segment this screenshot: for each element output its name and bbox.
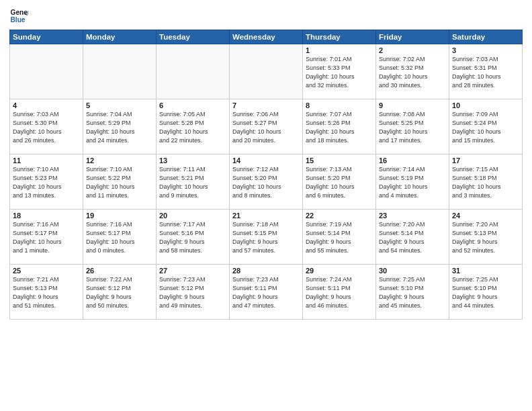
day-info: Sunrise: 7:03 AM Sunset: 5:31 PM Dayligh…	[452, 55, 519, 90]
day-number: 9	[379, 101, 446, 109]
calendar-cell: 24Sunrise: 7:20 AM Sunset: 5:13 PM Dayli…	[449, 210, 523, 265]
day-number: 20	[159, 212, 226, 220]
calendar-cell: 5Sunrise: 7:04 AM Sunset: 5:29 PM Daylig…	[83, 99, 157, 154]
day-number: 28	[232, 267, 300, 275]
calendar-cell	[157, 44, 230, 99]
calendar-cell: 27Sunrise: 7:23 AM Sunset: 5:12 PM Dayli…	[157, 265, 230, 320]
calendar-cell: 10Sunrise: 7:09 AM Sunset: 5:24 PM Dayli…	[449, 99, 523, 154]
day-info: Sunrise: 7:09 AM Sunset: 5:24 PM Dayligh…	[452, 110, 519, 145]
weekday-header-monday: Monday	[83, 30, 157, 44]
weekday-header-thursday: Thursday	[303, 30, 376, 44]
calendar-cell: 4Sunrise: 7:03 AM Sunset: 5:30 PM Daylig…	[10, 99, 83, 154]
day-number: 25	[13, 267, 80, 275]
day-info: Sunrise: 7:11 AM Sunset: 5:21 PM Dayligh…	[159, 165, 226, 200]
day-number: 16	[379, 156, 446, 165]
day-number: 18	[13, 212, 80, 220]
day-number: 19	[86, 212, 153, 220]
weekday-header-sunday: Sunday	[10, 30, 83, 44]
day-info: Sunrise: 7:13 AM Sunset: 5:20 PM Dayligh…	[306, 165, 373, 200]
calendar-cell: 21Sunrise: 7:18 AM Sunset: 5:15 PM Dayli…	[230, 210, 303, 265]
calendar-cell: 23Sunrise: 7:20 AM Sunset: 5:14 PM Dayli…	[376, 210, 449, 265]
day-info: Sunrise: 7:06 AM Sunset: 5:27 PM Dayligh…	[232, 110, 300, 145]
week-row-2: 4Sunrise: 7:03 AM Sunset: 5:30 PM Daylig…	[10, 99, 523, 154]
day-info: Sunrise: 7:21 AM Sunset: 5:13 PM Dayligh…	[13, 275, 80, 310]
calendar-cell: 12Sunrise: 7:10 AM Sunset: 5:22 PM Dayli…	[83, 154, 157, 210]
day-info: Sunrise: 7:23 AM Sunset: 5:12 PM Dayligh…	[159, 275, 226, 310]
calendar-cell	[10, 44, 83, 99]
weekday-header-wednesday: Wednesday	[230, 30, 303, 44]
calendar-body: 1Sunrise: 7:01 AM Sunset: 5:33 PM Daylig…	[10, 44, 523, 320]
day-number: 3	[452, 46, 519, 54]
day-number: 5	[86, 101, 153, 109]
day-info: Sunrise: 7:04 AM Sunset: 5:29 PM Dayligh…	[86, 110, 153, 145]
day-number: 13	[159, 156, 226, 165]
day-info: Sunrise: 7:25 AM Sunset: 5:10 PM Dayligh…	[452, 275, 519, 310]
calendar-cell: 1Sunrise: 7:01 AM Sunset: 5:33 PM Daylig…	[303, 44, 376, 99]
day-number: 22	[306, 212, 373, 220]
calendar-container: General Blue SundayMondayTuesdayWednesda…	[0, 0, 532, 411]
calendar-cell: 18Sunrise: 7:16 AM Sunset: 5:17 PM Dayli…	[10, 210, 83, 265]
day-number: 2	[379, 46, 446, 54]
day-info: Sunrise: 7:01 AM Sunset: 5:33 PM Dayligh…	[306, 55, 373, 90]
day-number: 11	[13, 156, 80, 165]
day-info: Sunrise: 7:20 AM Sunset: 5:14 PM Dayligh…	[379, 220, 446, 255]
calendar-cell: 30Sunrise: 7:25 AM Sunset: 5:10 PM Dayli…	[376, 265, 449, 320]
day-info: Sunrise: 7:02 AM Sunset: 5:32 PM Dayligh…	[379, 55, 446, 90]
day-info: Sunrise: 7:12 AM Sunset: 5:20 PM Dayligh…	[232, 165, 300, 200]
day-info: Sunrise: 7:25 AM Sunset: 5:10 PM Dayligh…	[379, 275, 446, 310]
day-info: Sunrise: 7:20 AM Sunset: 5:13 PM Dayligh…	[452, 220, 519, 255]
calendar-cell: 16Sunrise: 7:14 AM Sunset: 5:19 PM Dayli…	[376, 154, 449, 210]
day-number: 24	[452, 212, 519, 220]
day-info: Sunrise: 7:15 AM Sunset: 5:18 PM Dayligh…	[452, 165, 519, 200]
calendar-cell: 3Sunrise: 7:03 AM Sunset: 5:31 PM Daylig…	[449, 44, 523, 99]
week-row-3: 11Sunrise: 7:10 AM Sunset: 5:23 PM Dayli…	[10, 154, 523, 210]
day-info: Sunrise: 7:16 AM Sunset: 5:17 PM Dayligh…	[86, 220, 153, 255]
calendar-cell: 26Sunrise: 7:22 AM Sunset: 5:12 PM Dayli…	[83, 265, 157, 320]
calendar-cell: 8Sunrise: 7:07 AM Sunset: 5:26 PM Daylig…	[303, 99, 376, 154]
day-info: Sunrise: 7:24 AM Sunset: 5:11 PM Dayligh…	[306, 275, 373, 310]
day-info: Sunrise: 7:08 AM Sunset: 5:25 PM Dayligh…	[379, 110, 446, 145]
header: General Blue	[9, 7, 523, 26]
day-number: 23	[379, 212, 446, 220]
calendar-cell	[83, 44, 157, 99]
calendar-cell: 28Sunrise: 7:23 AM Sunset: 5:11 PM Dayli…	[230, 265, 303, 320]
day-info: Sunrise: 7:19 AM Sunset: 5:14 PM Dayligh…	[306, 220, 373, 255]
weekday-header-saturday: Saturday	[449, 30, 523, 44]
calendar-cell: 11Sunrise: 7:10 AM Sunset: 5:23 PM Dayli…	[10, 154, 83, 210]
day-info: Sunrise: 7:10 AM Sunset: 5:22 PM Dayligh…	[86, 165, 153, 200]
calendar-cell: 17Sunrise: 7:15 AM Sunset: 5:18 PM Dayli…	[449, 154, 523, 210]
day-number: 1	[306, 46, 373, 54]
day-number: 31	[452, 267, 519, 275]
day-number: 27	[159, 267, 226, 275]
day-info: Sunrise: 7:23 AM Sunset: 5:11 PM Dayligh…	[232, 275, 300, 310]
day-number: 29	[306, 267, 373, 275]
day-number: 17	[452, 156, 519, 165]
day-number: 4	[13, 101, 80, 109]
calendar-cell: 31Sunrise: 7:25 AM Sunset: 5:10 PM Dayli…	[449, 265, 523, 320]
day-number: 8	[306, 101, 373, 109]
calendar-cell	[230, 44, 303, 99]
weekday-header-friday: Friday	[376, 30, 449, 44]
day-number: 14	[232, 156, 300, 165]
day-number: 6	[159, 101, 226, 109]
day-info: Sunrise: 7:17 AM Sunset: 5:16 PM Dayligh…	[159, 220, 226, 255]
week-row-1: 1Sunrise: 7:01 AM Sunset: 5:33 PM Daylig…	[10, 44, 523, 99]
calendar-cell: 22Sunrise: 7:19 AM Sunset: 5:14 PM Dayli…	[303, 210, 376, 265]
calendar-cell: 29Sunrise: 7:24 AM Sunset: 5:11 PM Dayli…	[303, 265, 376, 320]
day-info: Sunrise: 7:03 AM Sunset: 5:30 PM Dayligh…	[13, 110, 80, 145]
day-number: 21	[232, 212, 300, 220]
logo: General Blue	[9, 7, 28, 26]
day-info: Sunrise: 7:07 AM Sunset: 5:26 PM Dayligh…	[306, 110, 373, 145]
day-info: Sunrise: 7:18 AM Sunset: 5:15 PM Dayligh…	[232, 220, 300, 255]
logo-icon: General Blue	[9, 7, 28, 26]
calendar-cell: 7Sunrise: 7:06 AM Sunset: 5:27 PM Daylig…	[230, 99, 303, 154]
week-row-4: 18Sunrise: 7:16 AM Sunset: 5:17 PM Dayli…	[10, 210, 523, 265]
day-number: 15	[306, 156, 373, 165]
day-number: 12	[86, 156, 153, 165]
calendar-cell: 14Sunrise: 7:12 AM Sunset: 5:20 PM Dayli…	[230, 154, 303, 210]
calendar-cell: 25Sunrise: 7:21 AM Sunset: 5:13 PM Dayli…	[10, 265, 83, 320]
day-info: Sunrise: 7:16 AM Sunset: 5:17 PM Dayligh…	[13, 220, 80, 255]
day-number: 26	[86, 267, 153, 275]
calendar-cell: 19Sunrise: 7:16 AM Sunset: 5:17 PM Dayli…	[83, 210, 157, 265]
calendar-cell: 15Sunrise: 7:13 AM Sunset: 5:20 PM Dayli…	[303, 154, 376, 210]
